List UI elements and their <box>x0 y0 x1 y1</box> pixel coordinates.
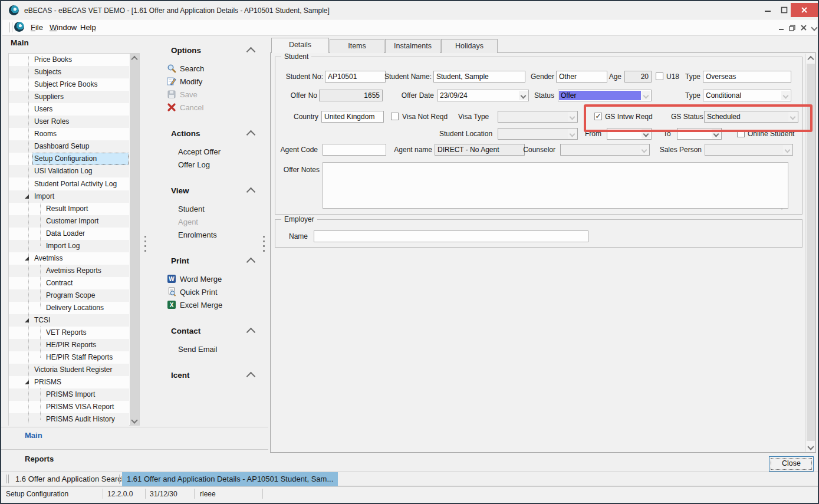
sales-person-combo[interactable] <box>705 144 793 156</box>
action-student[interactable]: Student <box>178 205 205 213</box>
tree-expander-icon[interactable] <box>25 380 29 384</box>
tree-scrollbar[interactable] <box>130 54 139 425</box>
tabbar-grip[interactable] <box>6 475 9 483</box>
chevron-down-icon[interactable] <box>568 112 577 121</box>
chevron-down-icon[interactable] <box>781 91 790 100</box>
action-search[interactable]: Search <box>180 64 204 73</box>
tree-expander-icon[interactable] <box>25 256 29 261</box>
tree-expander-icon[interactable] <box>25 195 29 199</box>
action-accept-offer[interactable]: Accept Offer <box>178 147 221 156</box>
sidebar-item-rooms[interactable]: Rooms <box>9 128 129 140</box>
scroll-down-icon[interactable] <box>806 442 815 452</box>
counselor-combo[interactable] <box>560 144 650 156</box>
gender-field[interactable] <box>556 71 607 83</box>
sidebar-item-suppliers[interactable]: Suppliers <box>9 91 129 103</box>
action-enrolments[interactable]: Enrolments <box>178 230 217 239</box>
action-quick-print[interactable]: Quick Print <box>180 288 218 297</box>
splitter-handle[interactable] <box>144 236 146 253</box>
country-field[interactable] <box>321 111 384 123</box>
chevron-down-icon[interactable] <box>783 145 792 154</box>
tab-holidays[interactable]: Holidays <box>441 39 498 53</box>
age-field[interactable] <box>624 71 652 83</box>
tab-instalments[interactable]: Instalments <box>385 39 440 53</box>
sidebar-item-victoria-student-register[interactable]: Victoria Student Register <box>9 364 129 376</box>
sidebar-item-dashboard-setup[interactable]: Dashboard Setup <box>9 140 129 153</box>
collapse-chevron-icon[interactable] <box>246 328 256 337</box>
maximize-button[interactable] <box>776 4 792 17</box>
sidebar-item-price-books[interactable]: Price Books <box>9 54 129 66</box>
collapse-chevron-icon[interactable] <box>246 47 256 57</box>
sidebar-item-prisms-import[interactable]: PRISMS Import <box>9 388 129 401</box>
action-send-email[interactable]: Send Email <box>178 345 217 354</box>
window-list-dropdown-button[interactable] <box>809 24 819 32</box>
tree-expander-icon[interactable] <box>25 318 29 322</box>
scroll-up-icon[interactable] <box>806 54 815 63</box>
sidebar-item-user-roles[interactable]: User Roles <box>9 116 129 128</box>
sidebar-item-tcsi[interactable]: TCSI <box>9 314 129 327</box>
chevron-down-icon[interactable] <box>712 129 721 139</box>
mdi-minimize-button[interactable] <box>776 24 786 32</box>
sidebar-item-vet-reports[interactable]: VET Reports <box>9 327 129 339</box>
tab-items[interactable]: Items <box>330 39 384 53</box>
sidebar-item-users[interactable]: Users <box>9 103 129 116</box>
agent-name-field[interactable] <box>435 144 525 156</box>
gs-status-combo[interactable]: Scheduled <box>704 111 798 123</box>
sidebar-item-avetmiss[interactable]: Avetmiss <box>9 252 129 265</box>
sidebar-item-prisms[interactable]: PRISMS <box>9 376 129 388</box>
section-header-print[interactable]: Print <box>171 256 189 265</box>
student-no-field[interactable] <box>325 71 386 83</box>
chevron-down-icon[interactable] <box>519 91 528 100</box>
online-student-checkbox[interactable] <box>737 130 745 137</box>
action-save[interactable]: Save <box>180 90 198 99</box>
sidebar-item-usi-validation-log[interactable]: USI Validation Log <box>9 165 129 177</box>
visa-not-reqd-checkbox[interactable] <box>391 113 399 120</box>
collapse-chevron-icon[interactable] <box>246 187 256 197</box>
minimize-button[interactable] <box>759 4 776 17</box>
action-agent[interactable]: Agent <box>178 218 198 226</box>
sidebar-item-subject-price-books[interactable]: Subject Price Books <box>9 78 129 91</box>
to-combo[interactable] <box>677 128 722 140</box>
student-name-field[interactable] <box>433 71 525 83</box>
menu-file[interactable]: File <box>28 22 45 32</box>
section-header-view[interactable]: View <box>171 186 189 195</box>
menu-grip[interactable] <box>9 22 12 32</box>
action-offer-log[interactable]: Offer Log <box>178 160 210 169</box>
action-modify[interactable]: Modify <box>180 77 202 86</box>
collapse-chevron-icon[interactable] <box>246 130 256 140</box>
sidebar-item-import-log[interactable]: Import Log <box>9 240 129 252</box>
window-tab-details[interactable]: 1.61 Offer and Application Details - AP1… <box>122 472 338 486</box>
sidebar-item-import[interactable]: Import <box>9 190 129 203</box>
action-word-merge[interactable]: Word Merge <box>180 275 222 284</box>
mdi-restore-button[interactable] <box>787 24 797 32</box>
offer-no-field[interactable] <box>319 90 383 101</box>
collapse-chevron-icon[interactable] <box>246 372 256 381</box>
sidebar-item-customer-import[interactable]: Customer Import <box>9 215 129 228</box>
sidebar-item-student-portal-activity-log[interactable]: Student Portal Activity Log <box>9 178 129 190</box>
gs-intvw-reqd-checkbox[interactable]: ✓ <box>594 113 602 120</box>
sidebar-item-avetmiss-reports[interactable]: Avetmiss Reports <box>9 265 129 277</box>
mdi-close-button[interactable] <box>798 24 808 32</box>
offer-date-combo[interactable]: 23/09/24 <box>437 90 529 101</box>
splitter-handle[interactable] <box>263 236 265 253</box>
close-window-button[interactable] <box>791 3 818 17</box>
menu-window[interactable]: Window <box>47 22 79 32</box>
sidebar-item-subjects[interactable]: Subjects <box>9 66 129 78</box>
sidebar-item-he-pir-staff-reports[interactable]: HE/PIR Staff Reports <box>9 351 129 364</box>
employer-name-field[interactable] <box>314 230 588 242</box>
sidebar-item-delivery-locations[interactable]: Delivery Locations <box>9 302 129 314</box>
offer-type-combo[interactable]: Conditional <box>703 90 791 101</box>
tab-details[interactable]: Details <box>271 38 329 53</box>
section-header-options[interactable]: Options <box>171 46 201 55</box>
sidebar-item-data-loader[interactable]: Data Loader <box>9 228 129 240</box>
action-excel-merge[interactable]: Excel Merge <box>180 301 222 309</box>
close-button[interactable]: Close <box>769 456 814 472</box>
section-header-icent[interactable]: Icent <box>171 371 190 380</box>
sidebar-item-program-scope[interactable]: Program Scope <box>9 289 129 302</box>
nav-group-reports[interactable]: Reports <box>25 454 54 463</box>
menu-help[interactable]: Help <box>78 22 98 32</box>
nav-group-main[interactable]: Main <box>25 431 42 440</box>
action-cancel[interactable]: Cancel <box>180 103 203 112</box>
sidebar-item-result-import[interactable]: Result Import <box>9 203 129 215</box>
agent-code-field[interactable] <box>323 144 386 156</box>
chevron-down-icon[interactable] <box>642 129 650 139</box>
